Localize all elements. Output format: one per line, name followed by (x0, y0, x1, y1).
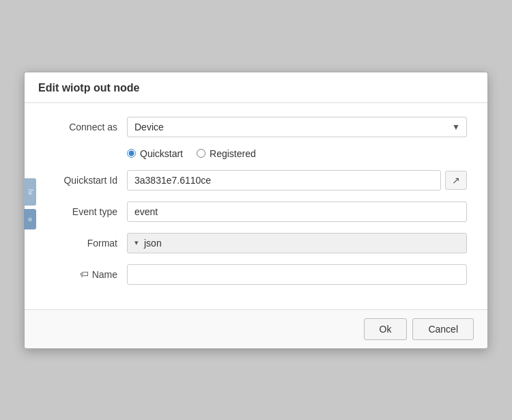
registered-radio[interactable] (197, 149, 205, 158)
external-link-icon: ↗ (452, 175, 460, 186)
format-label: Format (45, 238, 127, 249)
registered-label: Registered (210, 148, 256, 159)
tag-icon: 🏷 (80, 269, 89, 279)
quickstart-id-input-group: ↗ (127, 170, 467, 191)
event-type-row: Event type (45, 201, 467, 222)
dialog-header: Edit wiotp out node (25, 72, 487, 103)
connect-as-control: Device Application Gateway ▼ (127, 117, 467, 137)
name-label-with-icon: 🏷 Name (45, 269, 117, 280)
name-row: 🏷 Name (45, 264, 467, 285)
edit-dialog: nj o Edit wiotp out node Connect as Devi… (24, 72, 488, 349)
quickstart-id-control: ↗ (127, 170, 467, 191)
external-link-button[interactable]: ↗ (445, 171, 467, 190)
radio-group: Quickstart Registered (127, 148, 467, 159)
format-arrow-icon: ▾ (134, 238, 139, 247)
registered-radio-label[interactable]: Registered (197, 148, 256, 159)
dialog-footer: Ok Cancel (25, 309, 487, 348)
quickstart-label: Quickstart (140, 148, 183, 159)
connect-as-select[interactable]: Device Application Gateway (127, 117, 467, 137)
connect-as-row: Connect as Device Application Gateway ▼ (45, 117, 467, 137)
name-label-wrapper: 🏷 Name (45, 269, 127, 280)
cancel-button[interactable]: Cancel (412, 318, 474, 340)
event-type-control (127, 201, 467, 222)
quickstart-radio-label[interactable]: Quickstart (127, 148, 183, 159)
format-row: Format ▾ json (45, 233, 467, 253)
mode-row: Quickstart Registered (45, 148, 467, 159)
format-control: ▾ json (127, 233, 467, 253)
dialog-title: Edit wiotp out node (38, 82, 139, 94)
format-select-wrapper[interactable]: ▾ json (127, 233, 467, 253)
quickstart-id-row: Quickstart Id ↗ (45, 170, 467, 191)
quickstart-radio[interactable] (127, 149, 136, 158)
event-type-label: Event type (45, 206, 127, 217)
name-label: Name (92, 269, 117, 280)
connect-as-select-wrapper[interactable]: Device Application Gateway ▼ (127, 117, 467, 137)
dialog-body: Connect as Device Application Gateway ▼ (25, 103, 487, 309)
ok-button[interactable]: Ok (364, 318, 408, 340)
event-type-input[interactable] (127, 201, 467, 222)
left-tab-o: o (24, 209, 36, 229)
connect-as-label: Connect as (45, 122, 127, 132)
name-input[interactable] (127, 264, 467, 285)
left-tab-inj: nj (24, 178, 36, 206)
name-control (127, 264, 467, 285)
quickstart-id-label: Quickstart Id (45, 175, 127, 186)
format-value: json (144, 238, 162, 249)
quickstart-id-input[interactable] (127, 170, 441, 191)
mode-control: Quickstart Registered (127, 148, 467, 159)
